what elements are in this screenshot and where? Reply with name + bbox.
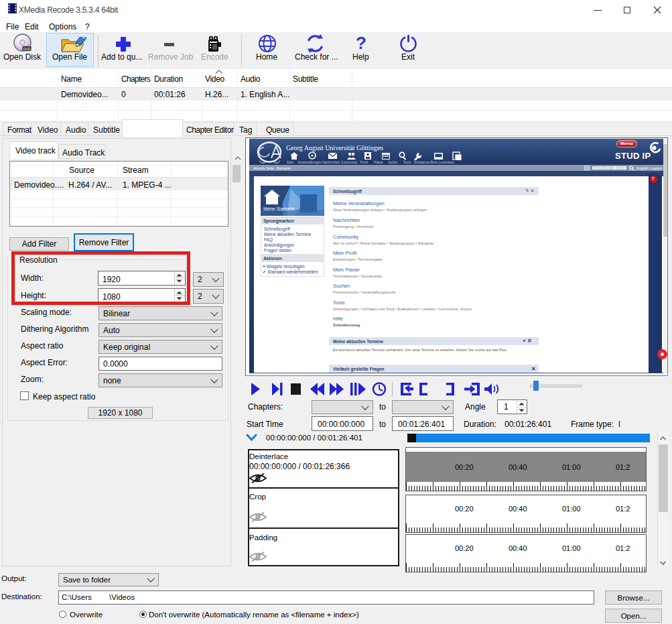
svg-text:DVD: DVD <box>23 47 31 51</box>
